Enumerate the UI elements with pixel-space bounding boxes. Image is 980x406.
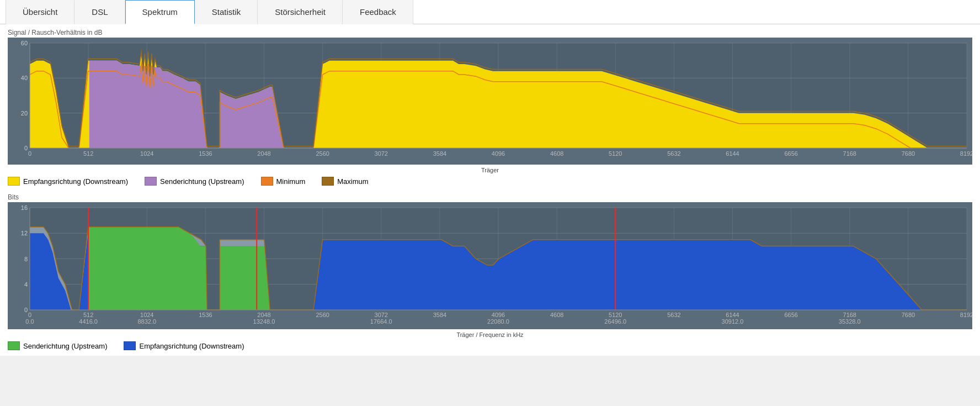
chart1-section: Signal / Rausch-Verhältnis in dB Träger … [0, 24, 980, 191]
legend2-downstream-box [124, 341, 136, 350]
tab-statistik[interactable]: Statistik [195, 0, 258, 24]
legend-upstream-label: Senderichtung (Upstream) [160, 177, 244, 186]
tab-ubersicht[interactable]: Übersicht [6, 0, 74, 24]
chart1-canvas [8, 38, 972, 165]
legend-downstream-label: Empfangsrichtung (Downstream) [23, 177, 128, 186]
chart1-ylabel: Signal / Rausch-Verhältnis in dB [8, 29, 972, 36]
legend2-upstream-label: Senderichtung (Upstream) [23, 342, 107, 350]
legend-maximum-box [322, 177, 334, 186]
tab-feedback[interactable]: Feedback [343, 0, 413, 24]
chart2-xlabel: Träger / Frequenz in kHz [8, 331, 972, 338]
legend2-upstream: Senderichtung (Upstream) [8, 341, 107, 350]
chart2-legend: Senderichtung (Upstream) Empfangsrichtun… [8, 338, 972, 352]
legend2-downstream-label: Empfangsrichtung (Downstream) [139, 342, 244, 350]
tab-storsicherheit[interactable]: Störsicherheit [258, 0, 343, 24]
tab-dsl[interactable]: DSL [74, 0, 125, 24]
legend-downstream: Empfangsrichtung (Downstream) [8, 177, 128, 186]
chart2-section: Bits Träger / Frequenz in kHz Sendericht… [0, 191, 980, 356]
tab-bar: Übersicht DSL Spektrum Statistik Störsic… [0, 0, 980, 24]
chart1-legend: Empfangsrichtung (Downstream) Sendericht… [8, 173, 972, 188]
chart1-xlabel: Träger [8, 167, 972, 173]
legend2-downstream: Empfangsrichtung (Downstream) [124, 341, 244, 350]
chart2-canvas [8, 202, 972, 329]
legend2-upstream-box [8, 341, 20, 350]
legend-maximum-label: Maximum [337, 177, 368, 186]
legend-minimum-label: Minimum [276, 177, 306, 186]
chart2-ylabel: Bits [8, 193, 972, 201]
tab-spektrum[interactable]: Spektrum [125, 0, 195, 24]
legend-minimum-box [261, 177, 273, 186]
legend-maximum: Maximum [322, 177, 368, 186]
legend-upstream: Senderichtung (Upstream) [145, 177, 244, 186]
legend-upstream-box [145, 177, 157, 186]
legend-downstream-box [8, 177, 20, 186]
legend-minimum: Minimum [261, 177, 306, 186]
